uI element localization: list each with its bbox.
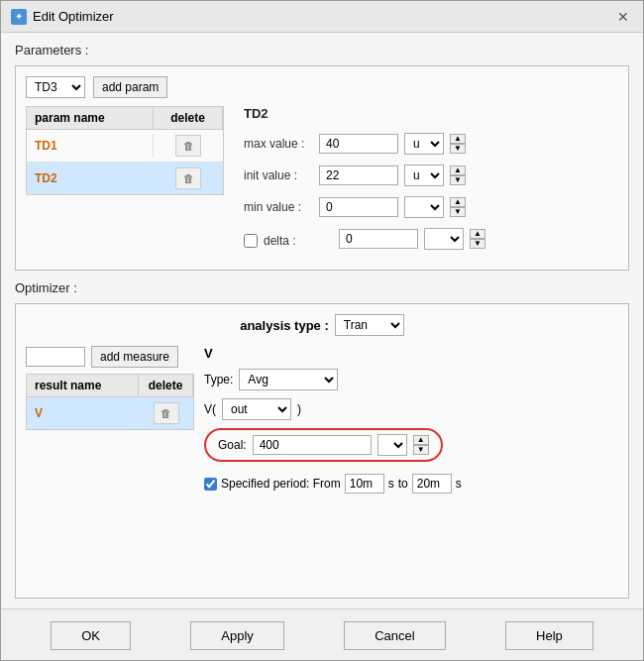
goal-input[interactable] — [253, 435, 372, 455]
measure-top: add measure — [26, 346, 194, 368]
bottom-buttons: OK Apply Cancel Help — [1, 608, 643, 660]
min-value-row: min value : u m ▲ ▼ — [244, 196, 618, 218]
help-button[interactable]: Help — [505, 621, 593, 650]
v-out-row: V( out in vdd ) — [204, 398, 618, 420]
param-name-td1: TD1 — [27, 134, 154, 158]
min-spin-up[interactable]: ▲ — [450, 197, 466, 207]
min-spin-down[interactable]: ▼ — [450, 207, 466, 217]
delta-spinner: ▲ ▼ — [470, 229, 485, 249]
td-select[interactable]: TD3 TD1 TD2 — [26, 76, 85, 98]
delete-v-button[interactable]: 🗑 — [154, 402, 179, 424]
init-spin-up[interactable]: ▲ — [450, 165, 466, 175]
delta-value-input[interactable] — [339, 229, 418, 249]
v-label: V( — [204, 402, 216, 416]
window-icon: ✦ — [11, 9, 27, 25]
max-spin-down[interactable]: ▼ — [450, 144, 466, 154]
init-value-input[interactable] — [319, 165, 398, 185]
type-row: Type: Avg Min Max RMS — [204, 369, 618, 390]
ok-button[interactable]: OK — [51, 621, 131, 650]
period-s2: s — [456, 477, 462, 491]
add-param-button[interactable]: add param — [93, 76, 167, 98]
title-bar-left: ✦ Edit Optimizer — [11, 9, 114, 25]
edit-optimizer-window: ✦ Edit Optimizer ✕ Parameters : TD3 TD1 … — [0, 0, 644, 661]
delta-checkbox-row: delta : — [244, 234, 333, 248]
delta-spin-up[interactable]: ▲ — [470, 229, 485, 239]
title-bar: ✦ Edit Optimizer ✕ — [1, 1, 643, 33]
period-checkbox[interactable] — [204, 478, 217, 491]
init-label: init value : — [244, 168, 313, 182]
goal-container: Goal: ▲ ▼ — [204, 428, 443, 462]
analysis-type-label: analysis type : — [240, 318, 329, 333]
goal-spinner: ▲ ▼ — [413, 435, 429, 455]
add-measure-button[interactable]: add measure — [91, 346, 178, 368]
max-label: max value : — [244, 137, 313, 151]
params-table-body: TD1 🗑 TD2 🗑 — [26, 129, 224, 195]
params-table-area: param name delete TD1 🗑 TD2 — [26, 106, 224, 260]
parameters-label: Parameters : — [15, 43, 629, 57]
optimizer-label: Optimizer : — [15, 280, 629, 295]
delete-td2-button[interactable]: 🗑 — [175, 167, 201, 189]
close-button[interactable]: ✕ — [613, 7, 633, 27]
apply-button[interactable]: Apply — [190, 621, 284, 650]
max-value-row: max value : u m k ▲ ▼ — [244, 133, 618, 155]
init-value-row: init value : u m k ▲ ▼ — [244, 165, 618, 186]
measure-table-header: result name delete — [26, 374, 194, 396]
v-out-select[interactable]: out in vdd — [222, 398, 291, 420]
delete-td1-cell: 🗑 — [154, 130, 223, 162]
init-unit-select[interactable]: u m k — [404, 165, 444, 186]
parameters-section: TD3 TD1 TD2 add param param name delete … — [15, 65, 629, 271]
type-label: Type: — [204, 373, 233, 386]
optimizer-section: analysis type : Tran AC DC add measure r… — [15, 303, 629, 599]
period-label: Specified period: From — [221, 477, 341, 491]
measure-name-input[interactable] — [26, 347, 85, 367]
col-result-name: result name — [27, 375, 139, 396]
max-unit-select[interactable]: u m k — [404, 133, 444, 155]
goal-spin-down[interactable]: ▼ — [413, 445, 429, 455]
params-detail-area: TD2 max value : u m k ▲ ▼ — [234, 106, 618, 260]
measure-table-body: V 🗑 — [26, 396, 194, 430]
analysis-type-select[interactable]: Tran AC DC — [335, 314, 404, 336]
v-close: ) — [297, 402, 301, 416]
type-select[interactable]: Avg Min Max RMS — [239, 369, 338, 390]
delta-checkbox[interactable] — [244, 234, 258, 248]
init-spin-down[interactable]: ▼ — [450, 175, 466, 185]
min-unit-select[interactable]: u m — [404, 196, 444, 218]
period-to-input[interactable] — [412, 474, 452, 494]
table-row[interactable]: TD1 🗑 — [27, 130, 223, 163]
measure-table-area: add measure result name delete V 🗑 — [26, 346, 194, 494]
max-spinner: ▲ ▼ — [450, 134, 466, 154]
period-to-label: to — [398, 477, 408, 491]
delete-td1-button[interactable]: 🗑 — [175, 135, 201, 157]
delta-spin-down[interactable]: ▼ — [470, 239, 485, 249]
analysis-type-row: analysis type : Tran AC DC — [26, 314, 618, 336]
goal-label: Goal: — [218, 438, 247, 452]
table-row[interactable]: TD2 🗑 — [27, 163, 223, 194]
period-row: Specified period: From s to s — [204, 474, 618, 494]
delta-row: delta : u ▲ ▼ — [244, 228, 618, 250]
min-value-input[interactable] — [319, 197, 398, 217]
max-value-input[interactable] — [319, 134, 398, 154]
period-from-input[interactable] — [345, 474, 384, 494]
goal-spin-up[interactable]: ▲ — [413, 435, 429, 445]
period-s1: s — [388, 477, 394, 491]
max-spin-up[interactable]: ▲ — [450, 134, 466, 144]
goal-select[interactable] — [377, 434, 407, 456]
measure-name-v: V — [27, 401, 139, 425]
params-top: TD3 TD1 TD2 add param — [26, 76, 618, 98]
col-param-name: param name — [27, 107, 154, 129]
window-title: Edit Optimizer — [33, 9, 114, 24]
measure-detail-title: V — [204, 346, 618, 361]
cancel-button[interactable]: Cancel — [344, 621, 445, 650]
delta-unit-select[interactable]: u — [424, 228, 464, 250]
init-spinner: ▲ ▼ — [450, 165, 466, 185]
params-table-header: param name delete — [26, 106, 224, 129]
measure-detail-area: V Type: Avg Min Max RMS V( — [204, 346, 618, 494]
td2-title: TD2 — [244, 106, 618, 121]
main-content: Parameters : TD3 TD1 TD2 add param param… — [1, 33, 643, 608]
optimizer-layout: add measure result name delete V 🗑 — [26, 346, 618, 494]
col-result-delete: delete — [139, 375, 193, 396]
delete-v-cell: 🗑 — [139, 397, 193, 429]
min-spinner: ▲ ▼ — [450, 197, 466, 217]
params-layout: param name delete TD1 🗑 TD2 — [26, 106, 618, 260]
table-row[interactable]: V 🗑 — [27, 397, 193, 429]
